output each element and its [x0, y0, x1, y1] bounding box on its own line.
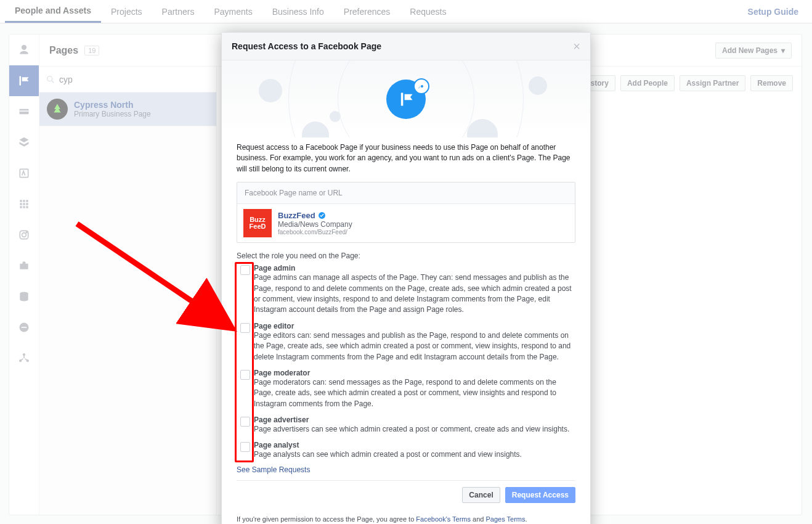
role-title: Page moderator [254, 369, 575, 377]
role-checkbox-editor[interactable] [240, 323, 250, 333]
roles-list: Page admin Page admins can manage all as… [237, 264, 575, 461]
cancel-button[interactable]: Cancel [462, 487, 500, 503]
role-desc: Page editors can: send messages and publ… [254, 330, 575, 362]
request-access-modal: Request Access to a Facebook Page × Requ… [221, 32, 591, 524]
role-desc: Page advertisers can see which admin cre… [254, 424, 569, 435]
role-checkbox-advertiser[interactable] [240, 417, 250, 427]
modal-body: Request access to a Facebook Page if you… [222, 137, 590, 524]
flag-icon [386, 80, 426, 119]
page-thumbnail: Buzz FeeD [243, 209, 272, 237]
close-icon[interactable]: × [573, 40, 580, 52]
role-row: Page advertiser Page advertisers can see… [237, 416, 575, 435]
modal-hero [222, 60, 590, 137]
modal-header: Request Access to a Facebook Page × [222, 33, 590, 60]
role-title: Page editor [254, 322, 575, 330]
modal-intro: Request access to a Facebook Page if you… [237, 142, 575, 174]
request-access-button[interactable]: Request Access [505, 487, 575, 503]
selected-page-category: Media/News Company [278, 220, 352, 229]
role-row: Page analyst Page analysts can see which… [237, 441, 575, 460]
role-checkbox-admin[interactable] [240, 265, 250, 275]
role-desc: Page admins can manage all aspects of th… [254, 272, 575, 316]
agreement-text: If you're given permission to access the… [237, 515, 575, 523]
pages-terms-link[interactable]: Pages Terms [486, 515, 526, 523]
role-desc: Page moderators can: send messages as th… [254, 377, 575, 409]
role-title: Page admin [254, 264, 575, 272]
page-name-input[interactable] [237, 182, 575, 204]
selected-page-name: BuzzFeed [278, 211, 315, 220]
role-title: Page analyst [254, 441, 522, 449]
role-row: Page editor Page editors can: send messa… [237, 322, 575, 362]
role-row: Page moderator Page moderators can: send… [237, 369, 575, 409]
selected-page[interactable]: Buzz FeeD BuzzFeed Media/News Company fa… [237, 204, 575, 242]
modal-title: Request Access to a Facebook Page [232, 41, 381, 51]
role-title: Page advertiser [254, 416, 569, 424]
role-desc: Page analysts can see which admin create… [254, 449, 522, 460]
page-selector-box: Buzz FeeD BuzzFeed Media/News Company fa… [237, 182, 575, 243]
role-row: Page admin Page admins can manage all as… [237, 264, 575, 316]
facebook-terms-link[interactable]: Facebook's Terms [416, 515, 471, 523]
role-checkbox-moderator[interactable] [240, 370, 250, 380]
see-sample-requests-link[interactable]: See Sample Requests [237, 465, 310, 474]
selected-page-url: facebook.com/BuzzFeed/ [278, 229, 352, 235]
modal-footer: Cancel Request Access [237, 480, 575, 509]
select-role-label: Select the role you need on the Page: [237, 252, 575, 260]
key-icon [413, 78, 429, 94]
role-checkbox-analyst[interactable] [240, 442, 250, 452]
verified-badge-icon [318, 211, 326, 219]
